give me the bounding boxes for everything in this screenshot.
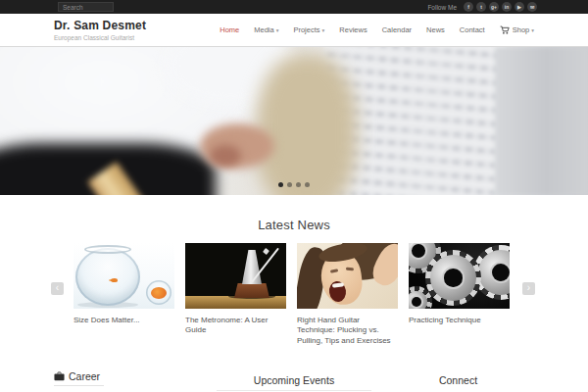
site-tagline: European Classical Guitarist [54,34,146,41]
main-nav: Home Media Projects Reviews Calendar New… [220,14,534,46]
news-card-title[interactable]: The Metronome: A User Guide [185,316,286,336]
site-title: Dr. Sam Desmet [54,19,146,32]
news-card-metronome[interactable]: The Metronome: A User Guide [185,243,286,346]
news-card-title[interactable]: Size Does Matter... [74,316,174,325]
news-card-title[interactable]: Practicing Technique [409,316,510,325]
carousel-dot-4[interactable] [305,182,310,187]
nav-item-contact[interactable]: Contact [460,25,485,34]
hero-slider[interactable] [0,46,588,195]
twitter-icon[interactable]: t [476,2,486,12]
hero-right-shade [495,47,588,195]
footer-widget-connect: Connect [397,370,519,388]
news-card-title[interactable]: Right Hand Guitar Technique: Plucking vs… [297,316,398,346]
site-header: Dr. Sam Desmet European Classical Guitar… [0,14,588,46]
nav-item-shop[interactable]: Shop [500,25,534,34]
site-logo[interactable]: Dr. Sam Desmet European Classical Guitar… [54,19,146,41]
footer-widgets: Career Upcoming Events Connect [0,365,588,392]
nav-item-media[interactable]: Media [254,25,278,34]
page: Follow Me f t g+ in ▶ ✉ Dr. Sam Desmet E… [0,0,588,392]
follow-me-label: Follow Me [427,4,457,11]
fishbowls-photo [74,243,174,309]
gears-photo [409,243,510,309]
news-card-technique[interactable]: Right Hand Guitar Technique: Plucking vs… [297,243,398,346]
events-divider [217,390,371,391]
carousel-dot-3[interactable] [296,182,301,187]
nav-item-news[interactable]: News [426,25,445,34]
news-prev-arrow-icon[interactable] [51,282,64,295]
nav-item-reviews[interactable]: Reviews [339,25,367,34]
hero-thumb [210,145,241,167]
googleplus-icon[interactable]: g+ [489,2,499,12]
screaming-woman-photo [297,243,398,309]
search-input[interactable] [58,2,114,12]
nav-item-home[interactable]: Home [220,25,239,34]
top-bar: Follow Me f t g+ in ▶ ✉ [0,0,588,14]
news-card-row: Size Does Matter... The Metronome: A Use… [74,243,510,346]
hero-trousers [257,55,357,195]
email-icon[interactable]: ✉ [527,2,537,12]
latest-news-heading: Latest News [0,218,588,232]
social-links: f t g+ in ▶ ✉ [464,2,537,12]
youtube-icon[interactable]: ▶ [514,2,524,12]
carousel-dots [0,182,588,187]
cart-icon [500,25,510,34]
connect-heading: Connect [439,374,477,386]
upcoming-events-heading: Upcoming Events [254,374,334,386]
carousel-dot-2[interactable] [287,182,292,187]
facebook-icon[interactable]: f [464,2,473,12]
metronome-photo [185,243,286,309]
nav-item-shop-label: Shop [513,25,530,34]
news-card-fishbowls[interactable]: Size Does Matter... [74,243,174,346]
news-next-arrow-icon[interactable] [522,282,535,295]
carousel-dot-1[interactable] [278,182,283,187]
linkedin-icon[interactable]: in [502,2,512,12]
news-card-practicing[interactable]: Practicing Technique [409,243,510,346]
nav-item-projects[interactable]: Projects [293,25,324,34]
nav-item-calendar[interactable]: Calendar [382,25,412,34]
